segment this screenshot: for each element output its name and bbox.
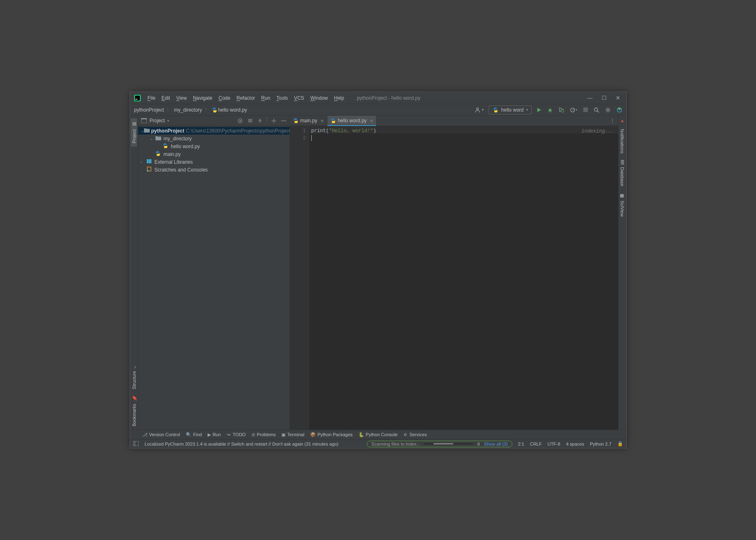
bottom-tab-services[interactable]: ⭘Services: [403, 432, 427, 437]
run-config-label: hello word: [501, 107, 524, 113]
profile-button[interactable]: ▾: [569, 106, 578, 114]
folder-icon: [155, 136, 162, 142]
menu-window[interactable]: Window: [308, 94, 331, 102]
library-icon: [146, 159, 153, 165]
tree-external-libraries[interactable]: › External Libraries: [138, 158, 290, 166]
editor-tab[interactable]: main.py×: [290, 116, 328, 126]
menu-vcs[interactable]: VCS: [292, 94, 307, 102]
project-pane-title[interactable]: Project: [150, 118, 165, 124]
menu-navigate[interactable]: Navigate: [190, 94, 215, 102]
search-button[interactable]: [593, 106, 600, 114]
bottom-tab-todo[interactable]: ≔TODO: [226, 432, 246, 437]
indent-info[interactable]: 4 spaces: [566, 442, 584, 446]
interpreter[interactable]: Python 2.7: [590, 442, 612, 446]
tree-file-main[interactable]: main.py: [138, 150, 290, 158]
tool-tab-bookmarks[interactable]: Bookmarks🔖: [131, 393, 137, 430]
status-message[interactable]: Localized PyCharm 2023.1.4 is available …: [145, 442, 338, 446]
add-user-icon[interactable]: ▾: [474, 106, 484, 114]
menu-edit[interactable]: Edit: [159, 94, 173, 102]
line-separator[interactable]: CRLF: [530, 442, 542, 446]
chevron-down-icon[interactable]: ⌄: [150, 136, 155, 141]
select-opened-file-icon[interactable]: [237, 117, 244, 124]
editor[interactable]: 1 2 print("Hello, world!") indexing...: [290, 126, 618, 430]
menu-code[interactable]: Code: [216, 94, 233, 102]
editor-tab[interactable]: hello word.py×: [327, 116, 377, 126]
tool-tab-database[interactable]: 🗄Database: [619, 157, 625, 190]
structure-icon: ⌵: [131, 366, 137, 368]
svg-rect-1: [135, 96, 140, 101]
menu-file[interactable]: File: [145, 94, 158, 102]
close-tab-icon[interactable]: ×: [370, 118, 373, 124]
tree-project-root[interactable]: ⌄ pythonProject C:\Users\13600\PycharmPr…: [138, 127, 290, 135]
text-cursor: [311, 135, 312, 141]
hide-pane-icon[interactable]: —: [281, 117, 287, 124]
run-button[interactable]: [536, 107, 542, 113]
tree-dir-my_directory[interactable]: ⌄ my_directory: [138, 135, 290, 142]
breadcrumb-item[interactable]: my_directory: [173, 106, 203, 114]
project-tablike-icon: ▤: [131, 121, 137, 127]
maximize-button[interactable]: ☐: [602, 95, 607, 101]
bottom-tab-problems[interactable]: ⊘Problems: [251, 432, 276, 437]
minimize-button[interactable]: —: [587, 95, 593, 101]
tool-tab-structure[interactable]: Structure⌵: [131, 362, 137, 393]
tool-tab-notifications[interactable]: Notifications: [619, 126, 625, 157]
project-pane-header: Project ▾ —: [138, 116, 290, 126]
svg-rect-17: [150, 159, 151, 163]
svg-point-9: [607, 109, 609, 111]
tree-settings-icon[interactable]: [270, 117, 277, 124]
code-area[interactable]: print("Hello, world!") indexing...: [309, 126, 618, 430]
pycharm-logo-icon: [134, 94, 141, 102]
python-icon: [492, 107, 499, 113]
chevron-down-icon[interactable]: ⌄: [141, 128, 144, 133]
tree-scratches[interactable]: Scratches and Consoles: [138, 166, 290, 174]
tool-tab-sciview[interactable]: ▦SciView: [619, 190, 626, 220]
tree-file-hello-word[interactable]: hello word.py: [138, 142, 290, 150]
expand-all-icon[interactable]: [247, 117, 254, 124]
file-encoding[interactable]: UTF-8: [548, 442, 560, 446]
notification-bell-icon[interactable]: ●: [621, 118, 624, 124]
bottom-tab-python-packages[interactable]: 📦Python Packages: [310, 432, 353, 437]
dropdown-icon[interactable]: ▾: [167, 119, 169, 123]
bottom-tab-run[interactable]: ▶Run: [208, 432, 221, 437]
editor-area: main.py×hello word.py×⋮ 1 2 print("Hello…: [290, 116, 618, 430]
collapse-all-icon[interactable]: [257, 117, 263, 124]
menu-tools[interactable]: Tools: [274, 94, 290, 102]
menu-help[interactable]: Help: [331, 94, 347, 102]
bottom-tab-find[interactable]: 🔍Find: [186, 432, 202, 437]
bottom-tab-terminal[interactable]: ▣Terminal: [281, 432, 304, 437]
titlebar: FileEditViewNavigateCodeRefactorRunTools…: [130, 92, 626, 104]
tool-tab-project[interactable]: Project▤: [131, 118, 137, 146]
bottom-tool-tabs: ⎇Version Control🔍Find▶Run≔TODO⊘Problems▣…: [130, 430, 626, 439]
menu-refactor[interactable]: Refactor: [234, 94, 257, 102]
code-with-me-icon[interactable]: [616, 106, 623, 114]
sciview-icon: ▦: [620, 193, 625, 198]
chevron-right-icon[interactable]: ›: [141, 160, 146, 164]
debug-button[interactable]: [546, 106, 554, 114]
project-tree[interactable]: ⌄ pythonProject C:\Users\13600\PycharmPr…: [138, 126, 290, 430]
show-all-link[interactable]: Show all (3): [484, 442, 508, 446]
window-controls: — ☐ ✕: [587, 95, 624, 101]
toolbar: pythonProject〉my_directory〉hello word.py…: [130, 104, 626, 116]
run-config-selector[interactable]: hello word ▾: [489, 105, 532, 114]
svg-rect-16: [148, 159, 150, 163]
close-tab-icon[interactable]: ×: [321, 118, 324, 124]
lock-icon[interactable]: 🔒: [617, 441, 623, 446]
breadcrumb-item[interactable]: hello word.py: [211, 106, 248, 114]
bottom-tab-python-console[interactable]: 🐍Python Console: [359, 432, 398, 437]
python-file-icon: [163, 143, 169, 149]
tab-options-icon[interactable]: ⋮: [607, 116, 618, 126]
caret-position[interactable]: 2:1: [518, 442, 524, 446]
breadcrumb-item[interactable]: pythonProject: [133, 106, 165, 114]
menu-run[interactable]: Run: [259, 94, 273, 102]
stop-button[interactable]: [582, 107, 589, 113]
menu-view[interactable]: View: [174, 94, 190, 102]
bottom-tab-version-control[interactable]: ⎇Version Control: [142, 432, 180, 437]
coverage-button[interactable]: [558, 106, 565, 113]
indexing-status[interactable]: Scanning files to index... ⏸ Show all (3…: [367, 441, 512, 447]
close-button[interactable]: ✕: [616, 95, 620, 101]
pause-icon[interactable]: ⏸: [476, 442, 481, 446]
project-view-icon: [141, 117, 147, 124]
tool-windows-icon[interactable]: [133, 441, 139, 447]
python-file-icon: [155, 151, 162, 157]
settings-button[interactable]: [604, 106, 612, 114]
